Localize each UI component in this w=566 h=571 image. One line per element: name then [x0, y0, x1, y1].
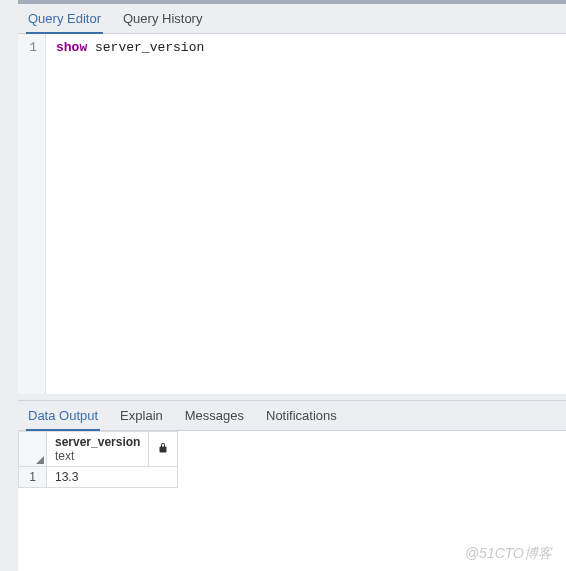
tab-explain[interactable]: Explain [118, 402, 165, 431]
column-lock-cell [149, 432, 178, 467]
editor-code[interactable]: show server_version [46, 34, 214, 394]
results-panel: Data Output Explain Messages Notificatio… [18, 400, 566, 571]
line-number: 1 [26, 40, 37, 55]
table-header-row: server_version text [19, 432, 178, 467]
cell-server-version[interactable]: 13.3 [47, 467, 178, 488]
column-header-server-version[interactable]: server_version text [47, 432, 149, 467]
column-type: text [55, 449, 140, 463]
select-all-corner-icon [36, 456, 44, 464]
app-root: Query Editor Query History 1 show server… [0, 0, 566, 571]
result-tabs: Data Output Explain Messages Notificatio… [18, 401, 566, 431]
lock-icon [157, 442, 169, 454]
sql-editor[interactable]: 1 show server_version [18, 34, 566, 394]
column-name: server_version [55, 435, 140, 449]
tab-query-history[interactable]: Query History [121, 5, 204, 34]
table-row[interactable]: 1 13.3 [19, 467, 178, 488]
row-number: 1 [19, 467, 47, 488]
editor-tabs: Query Editor Query History [18, 4, 566, 34]
code-identifier: server_version [87, 40, 204, 55]
editor-gutter: 1 [18, 34, 46, 394]
code-keyword: show [56, 40, 87, 55]
result-grid: server_version text 1 13.3 [18, 431, 566, 488]
result-table: server_version text 1 13.3 [18, 431, 178, 488]
row-number-header[interactable] [19, 432, 47, 467]
tab-data-output[interactable]: Data Output [26, 402, 100, 431]
tab-notifications[interactable]: Notifications [264, 402, 339, 431]
tab-messages[interactable]: Messages [183, 402, 246, 431]
tab-query-editor[interactable]: Query Editor [26, 5, 103, 34]
